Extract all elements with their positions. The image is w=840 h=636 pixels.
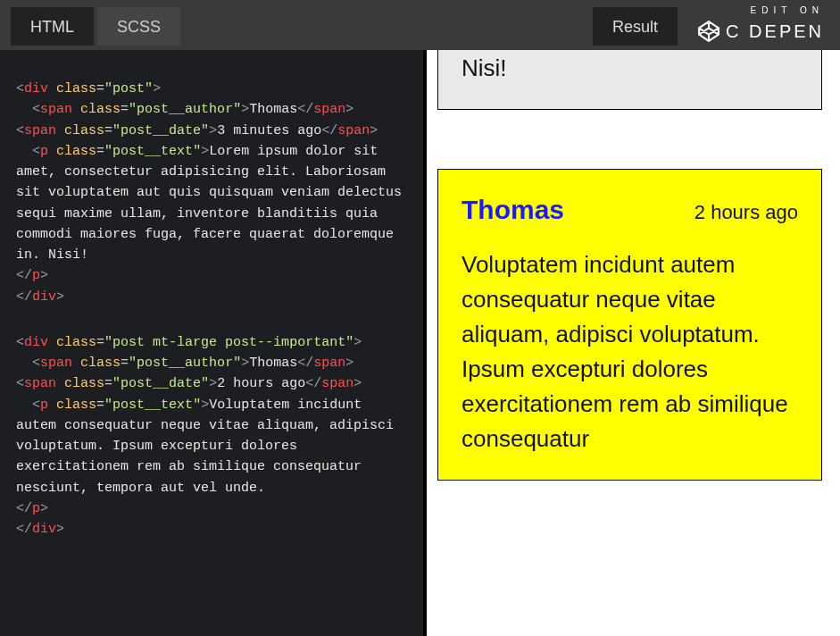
result-post-2-author: Thomas [462, 189, 564, 230]
codepen-wordmark: C DEPEN [726, 21, 824, 42]
html-editor-pane[interactable]: <div class="post"> <span class="post__au… [0, 50, 423, 636]
main-area: <div class="post"> <span class="post__au… [0, 50, 840, 636]
codepen-logo[interactable]: C DEPEN [697, 20, 824, 43]
result-post-1-text: quia commodi maiores fuga, facere quaera… [462, 50, 798, 86]
codepen-icon [697, 20, 720, 43]
result-tabs: Result [593, 0, 678, 46]
code-post-2: <div class="post mt-large post--importan… [16, 332, 407, 540]
result-pane[interactable]: quia commodi maiores fuga, facere quaera… [427, 50, 840, 636]
result-post-1: quia commodi maiores fuga, facere quaera… [437, 50, 822, 110]
tab-scss[interactable]: SCSS [97, 7, 180, 46]
tab-result[interactable]: Result [593, 7, 678, 46]
result-post-2-header: Thomas 2 hours ago [462, 189, 798, 230]
edit-on-label: EDIT ON [751, 5, 824, 15]
top-bar: HTML SCSS Result EDIT ON C DEPEN [0, 0, 840, 50]
result-post-2-date: 2 hours ago [694, 197, 798, 227]
code-post-1: <div class="post"> <span class="post__au… [16, 79, 407, 307]
result-post-2-text: Voluptatem incidunt autem consequatur ne… [462, 247, 798, 456]
result-post-2: Thomas 2 hours ago Voluptatem incidunt a… [437, 169, 822, 481]
tab-html[interactable]: HTML [11, 7, 94, 46]
editor-tabs: HTML SCSS [0, 0, 180, 46]
